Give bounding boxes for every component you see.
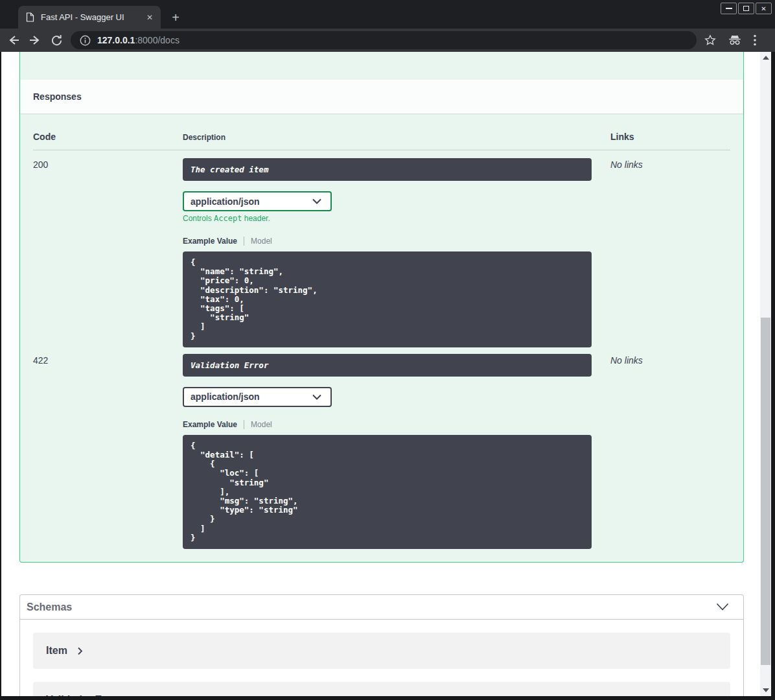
browser-tab[interactable]: Fast API - Swagger UI ✕: [18, 6, 161, 29]
example-json-block: { "name": "string", "price": 0, "descrip…: [183, 251, 592, 347]
chevron-down-icon: [312, 198, 321, 204]
response-links: No links: [610, 158, 730, 347]
response-code: 422: [33, 354, 183, 549]
chevron-down-icon[interactable]: [716, 603, 729, 611]
scrollbar-thumb[interactable]: [761, 318, 770, 665]
response-description-cell: Validation Error application/json Exampl…: [183, 354, 610, 549]
scrollbar-down-arrow-icon[interactable]: [763, 688, 769, 692]
response-description-cell: The created item application/json Contro…: [183, 158, 610, 347]
responses-table: Code Description Links 200 The created i…: [20, 113, 743, 562]
response-row-200: 200 The created item application/json Co…: [33, 158, 730, 347]
url-host: 127.0.0.1: [97, 35, 135, 45]
model-label: Item: [46, 645, 67, 657]
maximize-icon: [743, 6, 749, 11]
new-tab-button[interactable]: +: [167, 9, 184, 26]
responses-section-header: Responses: [20, 80, 743, 113]
content-type-select[interactable]: application/json: [183, 191, 332, 211]
tab-divider: [244, 420, 244, 429]
responses-title: Responses: [33, 91, 82, 102]
maximize-button[interactable]: [738, 3, 754, 14]
response-description: The created item: [183, 158, 592, 181]
document-icon: [26, 12, 34, 22]
window-bottom-edge: [0, 696, 775, 700]
response-links: No links: [610, 354, 730, 549]
opblock-body-spacer: [20, 52, 743, 80]
code-column-header: Code: [33, 132, 183, 142]
tab-example-value[interactable]: Example Value: [183, 420, 237, 429]
post-endpoint-panel: Responses Code Description Links 200 The…: [19, 52, 744, 563]
tab-divider: [244, 237, 244, 246]
response-row-422: 422 Validation Error application/json Ex…: [33, 354, 730, 549]
content-type-select[interactable]: application/json: [183, 387, 332, 407]
tab-model[interactable]: Model: [251, 420, 272, 429]
links-column-header: Links: [610, 132, 730, 142]
incognito-icon: [728, 34, 742, 46]
back-button[interactable]: [6, 32, 21, 48]
schemas-section: Schemas Item ValidationError: [19, 594, 744, 696]
schemas-header[interactable]: Schemas: [20, 595, 743, 620]
example-json: { "detail": [ { "loc": [ "string" ], "ms…: [191, 441, 584, 542]
window-right-edge: [771, 52, 775, 700]
content-type-value: application/json: [191, 391, 260, 402]
toolbar-right: [704, 34, 756, 46]
browser-toolbar: 127.0.0.1:8000/docs: [0, 29, 775, 52]
responses-table-header: Code Description Links: [33, 126, 730, 150]
model-item[interactable]: Item: [33, 633, 730, 669]
minimize-icon: [726, 8, 732, 9]
content-type-value: application/json: [191, 196, 260, 207]
tab-title: Fast API - Swagger UI: [41, 12, 144, 22]
close-button[interactable]: ✕: [756, 3, 772, 14]
schemas-models: Item ValidationError: [20, 620, 743, 696]
tab-close-icon[interactable]: ✕: [144, 12, 156, 23]
browser-tab-bar: Fast API - Swagger UI ✕ + ✕: [0, 0, 775, 29]
tab-example-value[interactable]: Example Value: [183, 237, 237, 246]
chevron-down-icon: [312, 394, 321, 400]
accept-note-code: Accept: [214, 214, 242, 223]
minimize-button[interactable]: [721, 3, 737, 14]
forward-button[interactable]: [27, 32, 43, 48]
url-path: :8000/docs: [135, 35, 179, 45]
example-model-tabs: Example Value Model: [183, 237, 610, 246]
site-info-icon[interactable]: [80, 35, 91, 46]
description-column-header: Description: [183, 132, 610, 142]
scrollbar-up-arrow-icon[interactable]: [763, 56, 769, 60]
url-text: 127.0.0.1:8000/docs: [97, 35, 179, 45]
accept-note-suffix: header.: [242, 214, 270, 223]
schemas-title: Schemas: [27, 601, 72, 613]
example-json-block: { "detail": [ { "loc": [ "string" ], "ms…: [183, 435, 592, 549]
page-scrollbar[interactable]: [760, 52, 771, 696]
accept-note-prefix: Controls: [183, 214, 214, 223]
url-bar[interactable]: 127.0.0.1:8000/docs: [71, 31, 697, 49]
response-description: Validation Error: [183, 354, 592, 377]
bookmark-star-icon[interactable]: [704, 34, 716, 46]
example-json: { "name": "string", "price": 0, "descrip…: [191, 258, 584, 341]
chevron-right-icon: [78, 647, 83, 655]
model-validationerror[interactable]: ValidationError: [33, 682, 730, 696]
response-code: 200: [33, 158, 183, 347]
example-model-tabs: Example Value Model: [183, 420, 610, 429]
tab-model[interactable]: Model: [251, 237, 272, 246]
controls-accept-note: Controls Accept header.: [183, 214, 610, 223]
page-content: Responses Code Description Links 200 The…: [1, 52, 771, 696]
window-controls: ✕: [720, 3, 772, 14]
browser-menu-icon[interactable]: [754, 34, 756, 46]
reload-button[interactable]: [49, 32, 64, 48]
